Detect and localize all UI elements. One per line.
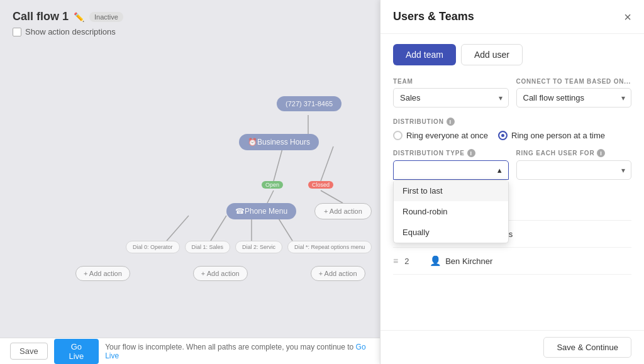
dist-type-row: DISTRIBUTION TYPE i ▴ First to last Roun… <box>393 149 631 180</box>
radio-one-person[interactable]: Ring one person at a time <box>498 131 605 140</box>
dial-0-node[interactable]: Dial 0: Operator <box>126 241 180 253</box>
distribution-label: DISTRIBUTION i <box>393 118 631 126</box>
show-descriptions-row[interactable]: Show action descriptions <box>13 27 371 36</box>
closed-badge: Closed <box>308 181 333 189</box>
canvas-title: Call flow 1 <box>13 10 69 23</box>
dial-options-row: Dial 0: Operator Dial 1: Sales Dial 2: S… <box>126 241 372 253</box>
dist-option-round-robin[interactable]: Round-robin <box>394 201 508 222</box>
svg-line-6 <box>211 216 226 241</box>
radio-row: Ring everyone at once Ring one person at… <box>393 131 631 140</box>
canvas-title-row: Call flow 1 ✏️ Inactive <box>13 10 371 23</box>
tab-add-team[interactable]: Add team <box>393 44 456 65</box>
panel-body: Add team Add user TEAM Sales CONNECT TO … <box>380 34 644 330</box>
phone-menu-node[interactable]: ☎ Phone Menu <box>226 203 296 219</box>
connect-select-wrapper: Call flow settings <box>516 88 632 108</box>
flow-diagram: (727) 371-8465 ⏰ Business Hours Open Clo… <box>0 43 384 332</box>
show-descriptions-checkbox[interactable] <box>13 28 21 36</box>
save-button[interactable]: Save <box>10 343 48 360</box>
ring-each-label: RING EACH USER FOR i <box>516 149 632 157</box>
canvas-header: Call flow 1 ✏️ Inactive Show action desc… <box>0 0 384 43</box>
save-continue-button[interactable]: Save & Continue <box>543 337 631 358</box>
tab-row: Add team Add user <box>393 44 631 65</box>
dist-option-equally[interactable]: Equally <box>394 222 508 243</box>
team-label: TEAM <box>393 78 509 85</box>
ring-each-select[interactable] <box>516 160 632 180</box>
user-name-2: Ben Kirchner <box>445 256 492 266</box>
table-row: ≡ 2 👤 Ben Kirchner <box>393 248 631 275</box>
radio-one-person-circle <box>498 131 508 140</box>
tab-add-user[interactable]: Add user <box>461 44 523 65</box>
user-info-2: 👤 Ben Kirchner <box>430 255 631 267</box>
dist-type-select[interactable]: ▴ <box>393 160 509 180</box>
distribution-section: DISTRIBUTION i Ring everyone at once Rin… <box>393 118 631 140</box>
dist-option-first-to-last[interactable]: First to last <box>394 180 508 201</box>
svg-line-5 <box>167 216 189 241</box>
panel-title: Users & Teams <box>393 10 474 23</box>
connect-group: CONNECT TO TEAM BASED ON... Call flow se… <box>516 78 632 108</box>
connect-select[interactable]: Call flow settings <box>516 88 632 108</box>
radio-everyone-circle <box>393 131 402 140</box>
dial-2-node[interactable]: Dial 2: Servic <box>235 241 282 253</box>
add-action-3-button[interactable]: + Add action <box>311 266 365 281</box>
dist-type-dropdown: First to last Round-robin Equally <box>393 180 509 243</box>
svg-line-4 <box>321 190 343 203</box>
svg-line-8 <box>277 216 292 241</box>
team-group: TEAM Sales <box>393 78 509 108</box>
canvas-area: Call flow 1 ✏️ Inactive Show action desc… <box>0 0 384 364</box>
row-order-2: 2 <box>404 256 423 266</box>
distribution-info-icon: i <box>447 118 455 126</box>
drag-handle-2[interactable]: ≡ <box>393 256 398 266</box>
svg-line-3 <box>267 190 274 203</box>
add-action-2-button[interactable]: + Add action <box>193 266 248 281</box>
show-descriptions-label: Show action descriptions <box>25 27 116 36</box>
ring-each-group: RING EACH USER FOR i <box>516 149 632 180</box>
dial-1-node[interactable]: Dial 1: Sales <box>185 241 231 253</box>
dist-type-info-icon: i <box>467 149 475 157</box>
user-icon-2: 👤 <box>430 255 441 267</box>
dist-type-label: DISTRIBUTION TYPE i <box>393 149 509 157</box>
open-badge: Open <box>262 181 283 189</box>
add-action-1-button[interactable]: + Add action <box>75 266 130 281</box>
connect-label: CONNECT TO TEAM BASED ON... <box>516 78 632 85</box>
bottom-bar: Save Go Live Your flow is incomplete. Wh… <box>0 338 384 364</box>
add-action-top-node[interactable]: + Add action <box>314 203 372 219</box>
ring-each-info-icon: i <box>597 149 605 157</box>
team-select-wrapper: Sales <box>393 88 509 108</box>
ring-each-select-wrapper <box>516 160 632 180</box>
svg-line-1 <box>274 146 283 181</box>
business-hours-node[interactable]: ⏰ Business Hours <box>239 134 319 150</box>
add-action-row: + Add action + Add action + Add action <box>75 266 365 281</box>
inactive-badge: Inactive <box>89 12 123 22</box>
close-button[interactable]: × <box>624 11 631 23</box>
dist-type-group: DISTRIBUTION TYPE i ▴ First to last Roun… <box>393 149 509 180</box>
right-panel: Users & Teams × Add team Add user TEAM S… <box>380 0 644 364</box>
team-select[interactable]: Sales <box>393 88 509 108</box>
panel-header: Users & Teams × <box>380 0 644 34</box>
svg-line-2 <box>321 146 333 181</box>
go-live-button[interactable]: Go Live <box>54 339 99 364</box>
panel-footer: Save & Continue <box>380 330 644 364</box>
radio-everyone[interactable]: Ring everyone at once <box>393 131 488 140</box>
phone-node: (727) 371-8465 <box>277 96 341 111</box>
bottom-message: Your flow is incomplete. When all paths … <box>105 343 374 360</box>
edit-icon[interactable]: ✏️ <box>74 12 84 22</box>
team-connect-row: TEAM Sales CONNECT TO TEAM BASED ON... C… <box>393 78 631 108</box>
dial-star-node[interactable]: Dial *: Repeat options menu <box>287 241 372 253</box>
